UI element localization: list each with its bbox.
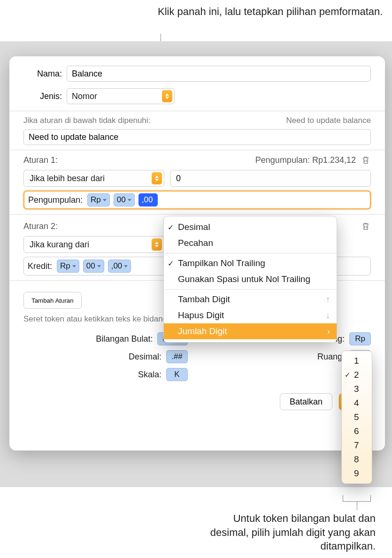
digit-option-6[interactable]: 6 — [342, 424, 372, 438]
rule1-title: Aturan 1: — [23, 155, 58, 165]
digit-option-1[interactable]: 1 — [342, 354, 372, 368]
menu-item-space-trailing-zero[interactable]: Gunakan Spasi untuk Nol Trailing — [164, 271, 337, 287]
delete-rule1-button[interactable] — [361, 155, 371, 165]
decimal-token[interactable]: ,00 — [108, 260, 131, 273]
menu-item-add-digit[interactable]: Tambah Digit ↑ — [164, 291, 337, 307]
digit-option-9[interactable]: 9 — [342, 466, 372, 481]
menu-item-show-trailing-zero[interactable]: ✓ Tampilkan Nol Trailing — [164, 255, 337, 271]
menu-item-remove-digit[interactable]: Hapus Digit ↓ — [164, 307, 337, 323]
type-select[interactable]: Nomor — [67, 88, 175, 104]
token-label-scale: Skala: — [23, 370, 161, 380]
token-label-space: Ruang: — [207, 352, 345, 362]
integer-token[interactable]: 00 — [83, 260, 104, 273]
digit-option-5[interactable]: 5 — [342, 410, 372, 424]
rule2-format-label: Kredit: — [28, 261, 52, 271]
chevron-down-icon — [124, 265, 128, 268]
rule1-condition-value: Jika lebih besar dari — [30, 174, 149, 183]
delete-rule2-button[interactable] — [361, 221, 371, 231]
arrow-up-icon: ↑ — [326, 295, 330, 305]
chevron-right-icon: › — [327, 327, 330, 336]
token-sample-currency[interactable]: Rp — [349, 332, 371, 345]
unmet-condition-preview: Need to update balance — [286, 116, 371, 125]
rule2-condition-value: Jika kurang dari — [30, 240, 149, 250]
rule1-condition-select[interactable]: Jika lebih besar dari — [23, 170, 164, 187]
divider — [9, 214, 385, 214]
rule2-condition-select[interactable]: Jika kurang dari — [23, 236, 164, 253]
integer-token[interactable]: 00 — [114, 193, 135, 206]
check-icon: ✓ — [168, 223, 174, 232]
name-label: Nama: — [23, 69, 62, 79]
callout-top-text: Klik panah ini, lalu tetapkan pilihan pe… — [158, 5, 383, 19]
token-label-decimal: Desimal: — [23, 352, 161, 362]
arrow-down-icon: ↓ — [326, 311, 330, 321]
decimal-token-menu: ✓ Desimal Pecahan ✓ Tampilkan Nol Traili… — [163, 216, 337, 343]
rule1-threshold-input[interactable] — [170, 170, 371, 187]
trash-icon — [361, 221, 371, 231]
currency-token[interactable]: Rp — [87, 193, 110, 206]
rule1-format-label: Pengumpulan: — [28, 195, 83, 205]
chevron-down-icon — [97, 265, 101, 268]
add-rule-button[interactable]: Tambah Aturan — [23, 292, 82, 309]
unmet-condition-label: Jika aturan di bawah tidak dipenuhi: — [23, 116, 150, 125]
digit-option-7[interactable]: 7 — [342, 438, 372, 452]
rule1-preview: Pengumpulan: Rp1.234,12 — [255, 155, 356, 165]
unmet-condition-input[interactable] — [23, 129, 371, 145]
callout-bottom-bracket — [343, 495, 371, 502]
check-icon: ✓ — [345, 371, 351, 379]
token-sample-decimal[interactable]: .## — [166, 350, 188, 363]
digit-option-2[interactable]: ✓2 — [342, 368, 372, 382]
rule1-format-field[interactable]: Pengumpulan: Rp 00 ,00 — [23, 191, 371, 209]
type-label: Jenis: — [23, 92, 62, 101]
type-select-value: Nomor — [72, 92, 159, 101]
stepper-icon — [152, 172, 162, 184]
currency-token[interactable]: Rp — [57, 260, 79, 273]
cancel-button[interactable]: Batalkan — [280, 393, 332, 410]
decimal-token-selected[interactable]: ,00 — [138, 193, 158, 206]
name-input[interactable] — [67, 66, 371, 82]
menu-item-digit-count[interactable]: Jumlah Digit › — [164, 323, 337, 339]
rule2-title: Aturan 2: — [23, 222, 58, 231]
menu-item-desimal[interactable]: ✓ Desimal — [164, 219, 337, 235]
menu-separator — [164, 289, 337, 290]
divider — [9, 111, 385, 111]
stepper-icon — [162, 90, 172, 102]
digit-option-4[interactable]: 4 — [342, 396, 372, 410]
token-sample-scale[interactable]: K — [166, 368, 188, 381]
chevron-down-icon — [128, 199, 131, 201]
menu-item-pecahan[interactable]: Pecahan — [164, 235, 337, 251]
divider — [9, 150, 385, 150]
digit-option-8[interactable]: 8 — [342, 452, 372, 466]
check-icon: ✓ — [168, 259, 174, 268]
callout-bottom-text: Untuk token bilangan bulat dan desimal, … — [192, 512, 376, 553]
digit-count-submenu: 1 ✓2 3 4 5 6 7 8 9 — [341, 351, 372, 484]
stepper-icon — [152, 238, 162, 251]
digit-option-3[interactable]: 3 — [342, 382, 372, 396]
trash-icon — [361, 155, 371, 165]
chevron-down-icon — [72, 265, 76, 268]
callout-bottom-leaderline — [357, 502, 357, 510]
chevron-down-icon — [103, 199, 107, 201]
token-label-integer: Bilangan Bulat: — [23, 334, 153, 344]
menu-separator — [164, 253, 337, 253]
